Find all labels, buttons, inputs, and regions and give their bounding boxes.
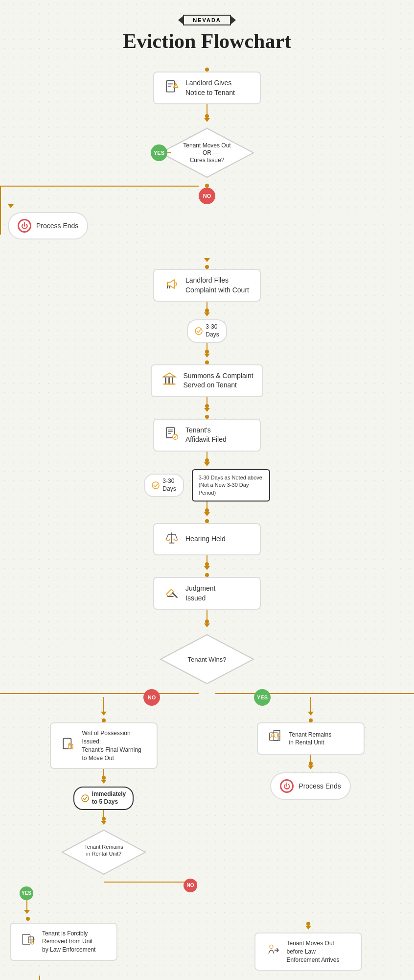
check-circle-icon-3	[81, 794, 89, 802]
no-label-1: NO	[203, 193, 211, 199]
no-badge-1: NO	[199, 188, 215, 204]
no-badge-2: NO	[143, 689, 160, 706]
page: NEVADA Eviction Flowchart Landlord Gives…	[0, 0, 414, 980]
megaphone-icon	[163, 276, 181, 295]
svg-marker-52	[274, 731, 279, 741]
svg-rect-16	[165, 378, 167, 383]
note-box: 3-30 Days as Noted above (Not a New 3-30…	[192, 469, 270, 502]
process-ends-1: ⏻ Process Ends	[8, 212, 88, 239]
svg-point-53	[277, 734, 279, 737]
yes-label-1: YES	[154, 150, 164, 156]
page-title: Eviction Flowchart	[0, 29, 414, 53]
no-label-3: NO	[187, 883, 194, 888]
diamond-remains: Tenant Remains in Rental Unit?	[60, 828, 148, 877]
svg-text:Tenant Wins?: Tenant Wins?	[188, 656, 227, 663]
yes-badge-2: YES	[254, 689, 271, 706]
svg-text:Tenant Remains: Tenant Remains	[84, 844, 123, 850]
svg-point-41	[82, 795, 89, 802]
flowchart: Landlord GivesNotice to Tenant YES Tenan…	[0, 68, 414, 980]
judgment-box: JudgmentIssued	[153, 577, 261, 610]
diamond-tenant-wins: Tenant Wins?	[158, 632, 256, 686]
time-badge-1: 3-30 Days	[187, 319, 227, 342]
svg-text:— OR —: — OR —	[195, 149, 219, 156]
svg-rect-0	[166, 80, 174, 92]
power-icon-1: ⏻	[18, 219, 31, 233]
svg-point-14	[195, 328, 202, 335]
writ-icon	[60, 737, 77, 755]
yes-badge-3: YES	[20, 886, 33, 900]
judgment-label: JudgmentIssued	[185, 584, 215, 603]
yes-badge-1: YES	[151, 144, 167, 161]
process-ends-label-1: Process Ends	[36, 222, 78, 230]
writ-label: Writ of Possession Issued;Tenant's Final…	[82, 729, 148, 762]
check-circle-icon-1	[195, 327, 203, 335]
state-label: NEVADA	[193, 17, 221, 23]
yes-label-3: YES	[22, 890, 31, 896]
no-label-2: NO	[148, 694, 156, 700]
no-badge-3: NO	[184, 879, 197, 892]
note-label: 3-30 Days as Noted above (Not a New 3-30…	[199, 475, 262, 496]
doc-warning-icon	[163, 79, 181, 97]
process-ends-label-2: Process Ends	[299, 782, 341, 790]
state-banner: NEVADA	[183, 15, 231, 25]
svg-rect-18	[172, 378, 174, 383]
process-ends-2: ⏻ Process Ends	[270, 772, 350, 800]
tenant-remains-win-box: Tenant Remainsin Rental Unit	[257, 722, 365, 755]
svg-marker-19	[163, 373, 176, 377]
forcibly-removed-box: Tenant is ForciblyRemoved from Unitby La…	[10, 923, 117, 961]
landlord-files-box: Landlord FilesComplaint with Court	[153, 269, 261, 302]
check-circle-icon-2	[152, 481, 160, 489]
yes-label-2: YES	[257, 694, 268, 700]
landlord-notice-label: Landlord GivesNotice to Tenant	[185, 78, 235, 97]
affidavit-box: Tenant'sAffidavit Filed	[153, 419, 261, 452]
svg-point-26	[152, 482, 159, 489]
svg-rect-15	[163, 383, 176, 385]
tenant-remains-win-label: Tenant Remainsin Rental Unit	[289, 731, 332, 747]
scales-icon	[163, 530, 181, 549]
svg-point-6	[175, 87, 176, 87]
diamond-1: Tenant Moves Out — OR — Cures Issue?	[158, 126, 256, 180]
hearing-label: Hearing Held	[185, 534, 226, 544]
header: NEVADA Eviction Flowchart	[0, 15, 414, 53]
time-label-1: 3-30 Days	[206, 323, 219, 338]
time-label-2: 3-30 Days	[162, 478, 176, 493]
gavel-icon	[163, 584, 181, 603]
svg-text:in Rental Unit?: in Rental Unit?	[86, 851, 121, 857]
forcibly-icon	[20, 932, 37, 951]
court-icon	[161, 371, 178, 390]
svg-rect-17	[169, 378, 170, 383]
landlord-files-label: Landlord FilesComplaint with Court	[185, 276, 249, 295]
svg-text:Cures Issue?: Cures Issue?	[190, 157, 225, 164]
tenant-remains-icon	[267, 729, 284, 748]
summons-label: Summons & ComplaintServed on Tenant	[183, 371, 253, 390]
affidavit-label: Tenant'sAffidavit Filed	[185, 426, 227, 445]
svg-text:Tenant Moves Out: Tenant Moves Out	[183, 142, 231, 149]
summons-box: Summons & ComplaintServed on Tenant	[151, 364, 263, 397]
forcibly-removed-label: Tenant is ForciblyRemoved from Unitby La…	[42, 930, 95, 954]
landlord-notice-box: Landlord GivesNotice to Tenant	[153, 72, 261, 104]
writ-box: Writ of Possession Issued;Tenant's Final…	[50, 722, 158, 769]
time-label-3: Immediately to 5 Days	[92, 790, 126, 806]
power-icon-2: ⏻	[280, 779, 294, 793]
time-badge-2: 3-30 Days	[144, 474, 184, 497]
svg-line-30	[175, 534, 177, 539]
time-badge-3: Immediately to 5 Days	[73, 787, 134, 810]
hearing-box: Hearing Held	[153, 523, 261, 555]
affidavit-icon	[163, 426, 181, 444]
svg-line-29	[166, 534, 168, 539]
